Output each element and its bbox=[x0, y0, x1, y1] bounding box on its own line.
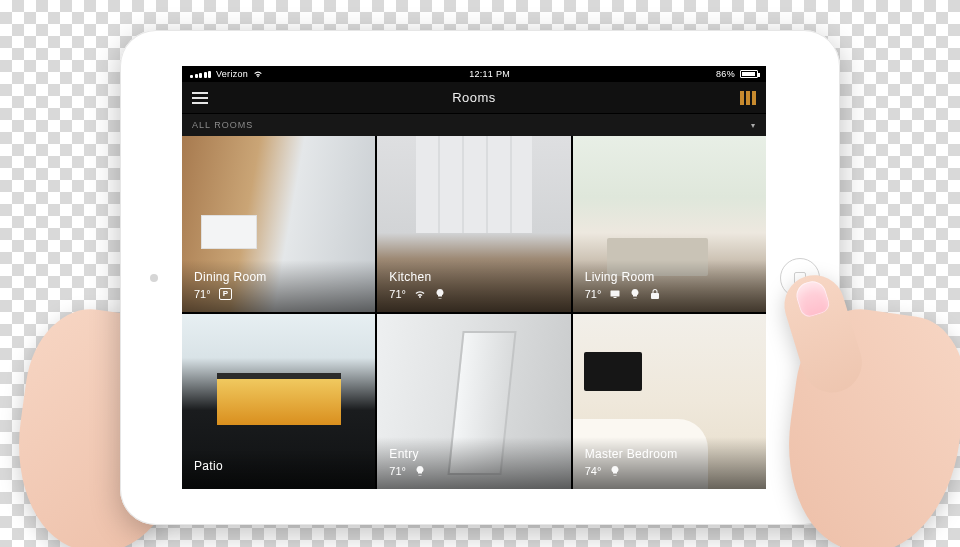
status-bar: Verizon 12:11 PM 86% bbox=[182, 66, 766, 82]
bulb-icon bbox=[434, 288, 446, 300]
room-temp: 71° bbox=[389, 465, 406, 477]
room-tile-dining-room[interactable]: Dining Room 71° P bbox=[182, 136, 375, 312]
room-tile-kitchen[interactable]: Kitchen 71° bbox=[377, 136, 570, 312]
front-camera bbox=[150, 274, 158, 282]
room-temp: 71° bbox=[389, 288, 406, 300]
clock-label: 12:11 PM bbox=[469, 69, 510, 79]
filter-label: ALL ROOMS bbox=[192, 120, 253, 130]
wifi-icon bbox=[253, 69, 263, 79]
room-tile-patio[interactable]: Patio bbox=[182, 314, 375, 490]
chevron-down-icon: ▾ bbox=[751, 121, 756, 130]
bulb-icon bbox=[609, 465, 621, 477]
room-filter-dropdown[interactable]: ALL ROOMS ▾ bbox=[182, 114, 766, 136]
svg-rect-0 bbox=[740, 91, 744, 105]
room-temp: 71° bbox=[194, 288, 211, 300]
app-screen: Verizon 12:11 PM 86% Rooms ALL ROOMS ▾ bbox=[182, 66, 766, 489]
carrier-label: Verizon bbox=[216, 69, 248, 79]
svg-rect-4 bbox=[614, 297, 617, 298]
nav-bar: Rooms bbox=[182, 82, 766, 114]
bulb-icon bbox=[414, 465, 426, 477]
layout-toggle-button[interactable] bbox=[740, 91, 756, 105]
svg-rect-1 bbox=[746, 91, 750, 105]
rooms-grid: Dining Room 71° P Kitchen 71° bbox=[182, 136, 766, 489]
room-tile-entry[interactable]: Entry 71° bbox=[377, 314, 570, 490]
room-name-label: Living Room bbox=[585, 270, 754, 284]
room-name-label: Kitchen bbox=[389, 270, 558, 284]
hand-right bbox=[790, 312, 960, 547]
room-name-label: Dining Room bbox=[194, 270, 363, 284]
page-title: Rooms bbox=[452, 90, 496, 105]
room-temp: 71° bbox=[585, 288, 602, 300]
bulb-icon bbox=[629, 288, 641, 300]
signal-icon bbox=[190, 70, 211, 78]
battery-icon bbox=[740, 70, 758, 78]
room-name-label: Master Bedroom bbox=[585, 447, 754, 461]
room-name-label: Patio bbox=[194, 459, 363, 473]
wifi-icon bbox=[414, 288, 426, 300]
room-name-label: Entry bbox=[389, 447, 558, 461]
tv-icon bbox=[609, 288, 621, 300]
svg-rect-3 bbox=[611, 290, 620, 296]
room-temp: 74° bbox=[585, 465, 602, 477]
room-tile-living-room[interactable]: Living Room 71° bbox=[573, 136, 766, 312]
lock-icon bbox=[649, 288, 661, 300]
menu-button[interactable] bbox=[192, 92, 208, 104]
room-tile-master-bedroom[interactable]: Master Bedroom 74° bbox=[573, 314, 766, 490]
svg-rect-2 bbox=[752, 91, 756, 105]
tablet-device: Verizon 12:11 PM 86% Rooms ALL ROOMS ▾ bbox=[120, 30, 840, 525]
battery-percent: 86% bbox=[716, 69, 735, 79]
pandora-icon: P bbox=[219, 288, 232, 300]
